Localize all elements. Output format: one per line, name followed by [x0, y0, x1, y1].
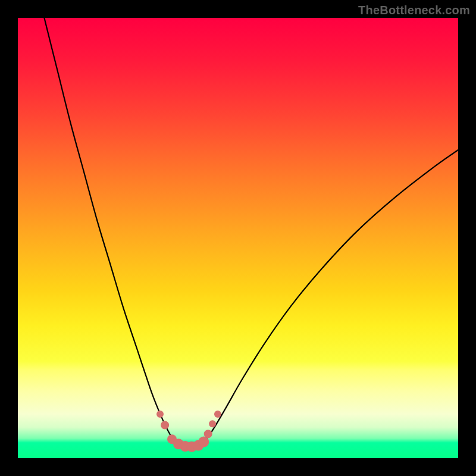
chart-frame: TheBottleneck.com — [0, 0, 476, 476]
marker-dot — [156, 411, 164, 418]
marker-dot — [209, 420, 216, 427]
bottleneck-curve — [44, 18, 458, 447]
marker-dot — [214, 411, 221, 418]
watermark-text: TheBottleneck.com — [358, 4, 470, 17]
chart-svg — [18, 18, 458, 458]
marker-dot — [204, 430, 212, 438]
plot-area — [18, 18, 458, 458]
marker-dot — [161, 421, 169, 430]
marker-dot — [198, 437, 209, 447]
